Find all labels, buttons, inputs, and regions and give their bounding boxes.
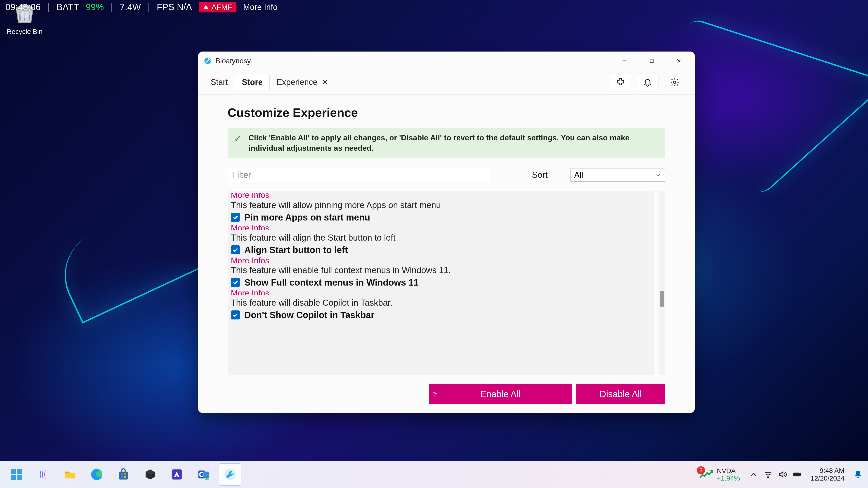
taskbar-apps: NEW — [5, 463, 241, 486]
action-bar: ⟳ Enable All Disable All — [228, 375, 665, 404]
svg-rect-10 — [124, 473, 126, 475]
more-infos-link[interactable]: More Infos — [231, 223, 651, 230]
taskbar-app-edge[interactable] — [86, 463, 108, 486]
scrollbar[interactable] — [659, 191, 665, 375]
battery-icon[interactable] — [793, 470, 802, 479]
taskbar-app-explorer[interactable] — [59, 463, 81, 486]
clock-time: 9:48 AM — [811, 467, 844, 475]
spinner-icon: ⟳ — [432, 391, 437, 397]
tab-experience[interactable]: Experience✕ — [270, 74, 335, 90]
list-item: This feature will enable full context me… — [228, 264, 654, 296]
windows-icon — [10, 468, 24, 481]
tab-store[interactable]: Store — [235, 74, 270, 90]
taskbar-clock[interactable]: 9:48 AM 12/20/2024 — [811, 467, 844, 482]
feature-checkbox[interactable] — [231, 246, 240, 254]
hex-icon — [143, 468, 157, 481]
svg-point-2 — [674, 81, 676, 84]
page-title: Customize Experience — [228, 105, 665, 120]
feature-desc: This feature will allow pinning more App… — [231, 200, 651, 212]
features-list: More Infos This feature will allow pinni… — [228, 191, 654, 375]
sort-value: All — [574, 170, 583, 180]
list-item: This feature will align the Start button… — [228, 231, 654, 264]
list-item: More Infos This feature will allow pinni… — [228, 191, 654, 231]
outlook-icon: NEW — [197, 468, 210, 481]
bell-icon — [643, 77, 652, 87]
sort-label: Sort — [532, 170, 548, 180]
start-button[interactable] — [5, 463, 28, 486]
feature-desc: This feature will enable full context me… — [231, 265, 651, 276]
close-button[interactable] — [665, 52, 692, 70]
taskbar-app-hex[interactable] — [139, 463, 161, 486]
store-icon — [117, 468, 130, 481]
folder-icon — [63, 468, 77, 481]
svg-rect-4 — [18, 469, 23, 474]
list-item: This feature will disable Copilot in Tas… — [228, 296, 654, 322]
info-banner: ✓ Click 'Enable All' to apply all change… — [228, 128, 665, 158]
feature-checkbox[interactable] — [231, 213, 240, 222]
more-infos-link[interactable]: More Infos — [231, 289, 651, 295]
taskbar-app-adrenalin[interactable] — [165, 463, 188, 486]
more-infos-link[interactable]: More Infos — [231, 193, 651, 200]
notification-center-button[interactable] — [854, 470, 863, 479]
filter-bar: Sort All — [228, 168, 665, 182]
clock-date: 12/20/2024 — [811, 475, 844, 482]
feature-title: Align Start button to left — [244, 245, 348, 255]
svg-rect-3 — [11, 469, 16, 474]
taskbar-app-store[interactable] — [112, 463, 135, 486]
disable-all-button[interactable]: Disable All — [576, 384, 665, 404]
stock-symbol: NVDA — [717, 467, 740, 475]
svg-rect-22 — [800, 474, 801, 475]
wifi-icon[interactable] — [764, 470, 773, 479]
svg-rect-12 — [124, 476, 126, 478]
taskbar-app-bloatynosy[interactable] — [219, 463, 241, 486]
overlay-time: 09:48:06 — [5, 2, 41, 12]
bell-filled-icon — [854, 470, 863, 479]
extension-button[interactable] — [610, 73, 631, 91]
svg-rect-5 — [11, 475, 16, 480]
overlay-afmf-badge: AFMF — [199, 2, 237, 12]
stock-badge: 3 — [697, 466, 705, 475]
overlay-batt-label: BATT — [57, 2, 79, 12]
taskbar-app-copilot[interactable] — [32, 463, 55, 486]
tab-start[interactable]: Start — [204, 74, 235, 90]
app-title: Bloatynosy — [215, 57, 251, 65]
svg-rect-8 — [119, 472, 128, 480]
filter-input[interactable] — [228, 168, 490, 182]
sort-select[interactable]: All — [570, 168, 665, 182]
feature-checkbox[interactable] — [231, 311, 240, 320]
volume-icon[interactable] — [778, 470, 787, 479]
feature-checkbox[interactable] — [231, 278, 240, 287]
chevron-up-icon[interactable] — [749, 470, 758, 479]
feature-desc: This feature will disable Copilot in Tas… — [231, 297, 651, 309]
taskbar-app-outlook[interactable]: NEW — [192, 463, 215, 486]
scrollbar-thumb[interactable] — [660, 291, 664, 306]
puzzle-icon — [616, 77, 625, 87]
banner-text: Click 'Enable All' to apply all changes,… — [248, 133, 659, 153]
settings-button[interactable] — [664, 73, 686, 91]
maximize-button[interactable] — [638, 52, 665, 70]
wrench-icon — [223, 468, 237, 481]
edge-icon — [90, 468, 103, 481]
close-icon[interactable]: ✕ — [321, 77, 328, 87]
stock-pct: +1.94% — [717, 475, 740, 482]
gear-icon — [670, 77, 680, 87]
feature-title: Pin more Apps on start menu — [244, 213, 370, 223]
copilot-icon — [37, 468, 50, 481]
app-icon — [204, 57, 212, 65]
feature-title: Show Full context menus in Windows 11 — [244, 278, 418, 288]
feature-desc: This feature will align the Start button… — [231, 232, 651, 244]
recycle-bin-label: Recycle Bin — [3, 28, 46, 35]
svg-text:NEW: NEW — [205, 477, 209, 480]
minimize-button[interactable] — [611, 52, 638, 70]
notifications-button[interactable] — [637, 73, 658, 91]
svg-rect-16 — [204, 472, 209, 477]
taskbar-stock-widget[interactable]: 3 NVDA +1.94% — [693, 467, 740, 482]
chevron-down-icon — [655, 172, 661, 178]
more-infos-link[interactable]: More Infos — [231, 256, 651, 263]
content-area: Customize Experience ✓ Click 'Enable All… — [198, 95, 694, 413]
amd-icon — [170, 468, 184, 481]
enable-all-button[interactable]: ⟳ Enable All — [429, 384, 572, 404]
titlebar[interactable]: Bloatynosy — [198, 52, 694, 70]
overlay-more-info[interactable]: More Info — [243, 2, 278, 12]
check-icon: ✓ — [234, 134, 242, 143]
